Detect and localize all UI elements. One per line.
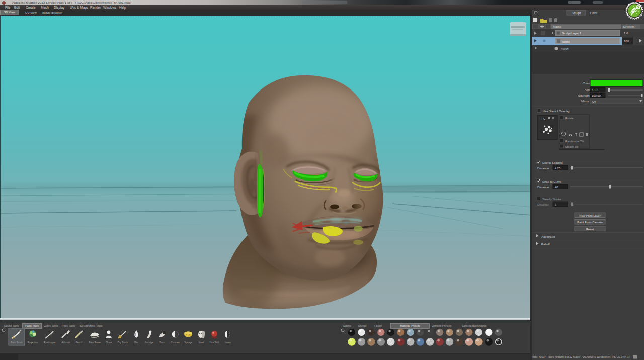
- svg-text:Sculpt: Sculpt: [572, 11, 581, 15]
- svg-text:Off: Off: [592, 100, 596, 103]
- svg-text:40: 40: [555, 186, 558, 189]
- svg-text:Steady Tilt: Steady Tilt: [565, 145, 579, 148]
- svg-text:Mirror: Mirror: [581, 100, 589, 103]
- svg-text:Distance: Distance: [537, 203, 549, 206]
- svg-text:1.0: 1.0: [624, 32, 628, 35]
- svg-text:1: 1: [555, 203, 556, 206]
- svg-text:Steady Stroke: Steady Stroke: [542, 198, 561, 201]
- svg-text:Distance: Distance: [537, 167, 549, 170]
- svg-text:4.25: 4.25: [555, 167, 560, 170]
- svg-text:Use Stencil Overlay: Use Stencil Overlay: [543, 110, 570, 113]
- svg-text:smile: smile: [562, 40, 570, 43]
- svg-text:Reset: Reset: [586, 228, 594, 231]
- svg-text:Strength: Strength: [623, 25, 634, 28]
- svg-text:Total: 70007 Faces (watch):69: Total: 70007 Faces (watch):69632 Maps: 7…: [531, 355, 630, 358]
- svg-text:Rotate: Rotate: [565, 117, 573, 120]
- svg-text:Sculpt Layer 1: Sculpt Layer 1: [562, 32, 582, 35]
- svg-text:Advanced: Advanced: [541, 235, 555, 238]
- svg-text:Color: Color: [583, 82, 590, 85]
- svg-text:100: 100: [624, 40, 629, 43]
- svg-text:⋮: ⋮: [539, 117, 542, 120]
- svg-text:Paint: Paint: [590, 11, 598, 15]
- svg-text:Distance: Distance: [537, 186, 549, 189]
- svg-text:Falloff: Falloff: [541, 242, 550, 246]
- svg-text:Snap to Curve: Snap to Curve: [542, 180, 562, 183]
- svg-text:Stamp Spacing: Stamp Spacing: [542, 161, 563, 164]
- svg-text:New Paint Layer: New Paint Layer: [579, 214, 601, 217]
- svg-text:Randomize Tilt: Randomize Tilt: [565, 140, 584, 143]
- svg-text:mesh: mesh: [561, 47, 569, 50]
- svg-text:6.10: 6.10: [592, 88, 597, 92]
- svg-text:100.00: 100.00: [592, 94, 601, 97]
- svg-text:Paint From Camera: Paint From Camera: [577, 221, 603, 224]
- svg-text:Strength: Strength: [578, 94, 590, 97]
- svg-text:C: C: [543, 117, 546, 120]
- svg-text:Name: Name: [553, 25, 562, 28]
